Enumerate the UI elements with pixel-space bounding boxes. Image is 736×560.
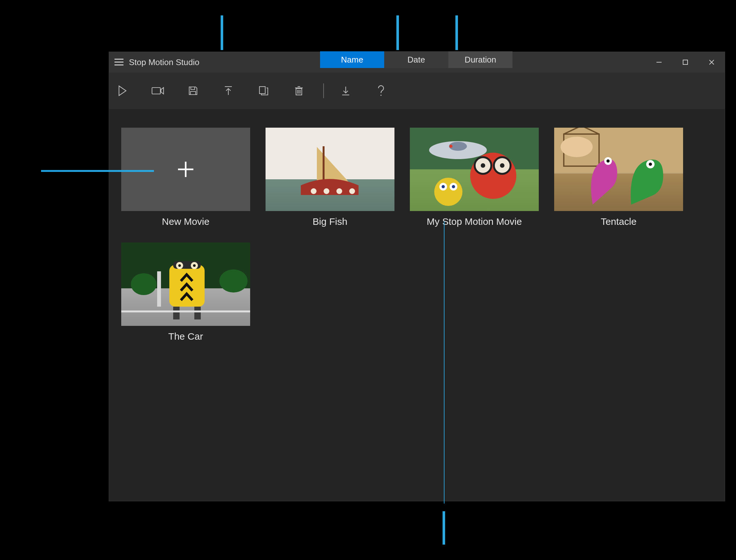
- close-icon: [708, 59, 715, 65]
- play-icon: [118, 85, 127, 96]
- svg-rect-14: [259, 87, 265, 94]
- project-tile-my-stop-motion[interactable]: My Stop Motion Movie: [410, 128, 539, 227]
- export-button[interactable]: [221, 83, 236, 98]
- camera-icon: [151, 86, 164, 95]
- minimize-button[interactable]: [646, 52, 672, 72]
- callout-marker-new-movie: [41, 170, 154, 172]
- project-title: New Movie: [162, 216, 209, 227]
- maximize-button[interactable]: [672, 52, 698, 72]
- svg-point-44: [452, 185, 455, 188]
- record-button[interactable]: [150, 83, 165, 98]
- hamburger-icon: [114, 59, 123, 66]
- svg-rect-63: [157, 271, 161, 307]
- callout-marker-project: [444, 221, 444, 504]
- thumbnail-illustration: [121, 242, 250, 326]
- svg-point-28: [311, 188, 317, 194]
- svg-rect-3: [656, 62, 662, 63]
- app-title: Stop Motion Studio: [129, 57, 199, 67]
- save-icon: [188, 86, 198, 96]
- project-title: Tentacle: [601, 216, 637, 227]
- export-up-icon: [224, 85, 233, 96]
- minimize-icon: [656, 59, 662, 65]
- callout-marker-date-tab: [396, 15, 399, 50]
- window-controls: [646, 52, 725, 72]
- svg-rect-11: [190, 91, 196, 95]
- svg-point-23: [380, 95, 382, 96]
- svg-point-49: [606, 159, 610, 163]
- svg-rect-4: [683, 60, 688, 64]
- project-tile-tentacle[interactable]: Tentacle: [554, 128, 683, 227]
- project-title: The Car: [168, 331, 203, 342]
- svg-point-39: [500, 163, 504, 168]
- svg-point-58: [178, 264, 181, 267]
- thumbnail-illustration: [410, 128, 539, 211]
- copy-icon: [258, 85, 269, 96]
- app-window: Stop Motion Studio: [109, 52, 725, 501]
- svg-marker-7: [119, 86, 126, 96]
- thumbnail-illustration: [266, 128, 394, 211]
- svg-point-52: [561, 137, 593, 157]
- delete-button[interactable]: [291, 83, 307, 98]
- play-button[interactable]: [115, 83, 130, 98]
- svg-marker-9: [161, 88, 164, 94]
- maximize-icon: [682, 59, 688, 65]
- svg-point-30: [336, 188, 342, 194]
- close-button[interactable]: [698, 52, 725, 72]
- svg-rect-27: [323, 146, 325, 182]
- import-button[interactable]: [338, 83, 353, 98]
- sort-tab-duration[interactable]: Duration: [448, 51, 512, 68]
- thumbnail-illustration: [554, 128, 683, 211]
- svg-rect-61: [173, 307, 180, 319]
- copy-button[interactable]: [256, 83, 271, 98]
- svg-rect-0: [114, 59, 123, 60]
- trash-icon: [294, 85, 304, 96]
- project-thumb: [266, 128, 394, 211]
- svg-point-60: [193, 264, 196, 267]
- svg-rect-62: [194, 307, 201, 319]
- svg-point-38: [481, 163, 485, 168]
- svg-point-54: [219, 269, 248, 293]
- sort-tab-date[interactable]: Date: [384, 51, 448, 68]
- project-thumb: [121, 242, 250, 326]
- svg-rect-64: [121, 310, 250, 312]
- svg-rect-1: [114, 62, 123, 63]
- new-movie-thumb: [121, 128, 250, 211]
- sort-tab-name[interactable]: Name: [320, 51, 384, 68]
- help-icon: [377, 85, 385, 97]
- project-tile-the-car[interactable]: The Car: [121, 242, 250, 342]
- svg-rect-2: [114, 64, 123, 65]
- save-button[interactable]: [185, 83, 201, 98]
- svg-point-40: [434, 178, 462, 206]
- svg-marker-26: [317, 147, 349, 182]
- toolbar-divider: [323, 83, 324, 98]
- svg-point-31: [349, 188, 355, 194]
- svg-point-34: [449, 145, 453, 148]
- project-thumb: [554, 128, 683, 211]
- sort-tabs: Name Date Duration: [320, 51, 512, 68]
- project-tile-new-movie[interactable]: New Movie: [121, 128, 250, 227]
- svg-point-43: [442, 185, 445, 188]
- project-title: My Stop Motion Movie: [427, 216, 522, 227]
- plus-icon: [175, 159, 196, 180]
- project-title: Big Fish: [313, 216, 347, 227]
- callout-marker-toolbar: [221, 15, 223, 50]
- hamburger-menu-button[interactable]: [109, 52, 129, 72]
- import-down-icon: [341, 85, 351, 96]
- svg-point-53: [131, 273, 157, 295]
- callout-marker-bottom: [443, 511, 445, 545]
- project-thumb: [410, 128, 539, 211]
- help-button[interactable]: [373, 83, 389, 98]
- project-tile-big-fish[interactable]: Big Fish: [266, 128, 394, 227]
- callout-marker-duration-tab: [455, 15, 458, 50]
- svg-point-29: [324, 188, 329, 194]
- svg-rect-10: [191, 87, 195, 89]
- project-gallery: New Movie Big Fish: [109, 109, 725, 361]
- svg-rect-8: [152, 88, 160, 94]
- toolbar: [109, 72, 725, 109]
- svg-point-51: [649, 163, 652, 166]
